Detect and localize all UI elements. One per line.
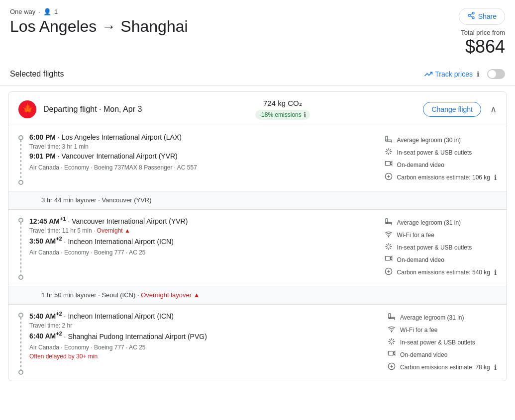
flight-header-left: 🍁 Departing flight · Mon, Apr 3 [18,100,142,118]
svg-rect-21 [389,317,395,319]
price-section: Share Total price from $864 [459,8,505,57]
carbon-info-icon-2[interactable]: ℹ [494,268,497,276]
svg-rect-17 [385,256,390,260]
trip-type: One way [10,8,35,15]
timeline-dot-bottom-3 [18,370,23,375]
track-prices-info-icon[interactable]: ℹ [477,70,479,78]
segment-3-timeline [18,311,23,375]
trip-info: One way · 👤 1 Los Angeles → Shanghai [10,8,188,36]
svg-point-0 [472,12,474,14]
trip-route: Los Angeles → Shanghai [10,17,188,36]
segment-3-travel-time: Travel time: 2 hr [29,322,387,329]
segment-1-content: 6:00 PM · Los Angeles International Airp… [29,133,384,185]
amenity-power-3: In-seat power & USB outlets [387,337,497,347]
video-icon-3 [387,350,396,359]
arrive-super-2: +2 [56,236,62,242]
svg-point-23 [391,332,392,332]
top-bar: One way · 👤 1 Los Angeles → Shanghai Sha… [0,0,515,57]
timeline-dot-bottom [18,180,23,185]
flight-header-center: 724 kg CO₂ -18% emissions ℹ [255,99,310,120]
segment-2-depart-time: 12:45 AM+1 · Vancouver International Air… [29,216,384,225]
share-button[interactable]: Share [459,8,505,25]
segment-3-content: 5:40 AM+2 · Incheon International Airpor… [29,311,387,375]
svg-point-1 [468,14,470,16]
segment-3-airline-info: Air Canada · Economy · Boeing 777 · AC 2… [29,344,387,351]
track-prices-label: Track prices [435,70,473,78]
segment-1-travel-time: Travel time: 3 hr 1 min [29,143,384,150]
segment-2-route: 12:45 AM+1 · Vancouver International Air… [18,216,384,280]
timeline-line-2 [20,223,21,275]
segment-3-depart-time: 5:40 AM+2 · Incheon International Airpor… [29,311,387,320]
svg-text:🍁: 🍁 [21,102,35,115]
timeline-dot-top-2 [18,218,23,223]
video-icon-2 [384,255,393,264]
amenity-video-2: On-demand video [384,255,497,264]
collapse-button[interactable]: ∧ [490,104,497,115]
amenity-wifi-2: Wi-Fi for a fee [384,230,497,240]
segment-2-content: 12:45 AM+1 · Vancouver International Air… [29,216,384,280]
emissions-badge: -18% emissions ℹ [255,110,310,120]
carbon-info-icon-1[interactable]: ℹ [494,173,497,181]
carbon-icon-2 [384,267,393,277]
amenity-video-3: On-demand video [387,350,497,359]
segment-2-main: 12:45 AM+1 · Vancouver International Air… [18,216,497,280]
segment-1-amenities: Average legroom (30 in) In-seat power & … [384,133,497,185]
total-label: Total price from [459,29,505,36]
arrive-super-3: +2 [56,331,62,337]
departing-label: Departing flight · Mon, Apr 3 [43,105,142,114]
amenity-carbon-3: Carbon emissions estimate: 78 kg ℹ [387,362,497,372]
share-icon [467,11,475,21]
segment-1-airline-info: Air Canada · Economy · Boeing 737MAX 8 P… [29,164,384,171]
flight-header: 🍁 Departing flight · Mon, Apr 3 724 kg C… [8,92,507,127]
total-price: $864 [459,36,505,57]
flight-card: 🍁 Departing flight · Mon, Apr 3 724 kg C… [8,91,507,381]
flight-segment-3: 5:40 AM+2 · Incheon International Airpor… [8,304,507,381]
amenity-wifi-3: Wi-Fi for a fee [387,325,497,335]
track-prices-link[interactable]: Track prices [424,70,473,79]
segment-3-amenities: Average legroom (31 in) Wi-Fi for a fee … [387,311,497,375]
power-icon-2 [384,243,393,252]
svg-rect-24 [388,351,393,355]
amenity-legroom: Average legroom (30 in) [384,135,497,145]
amenity-legroom-3: Average legroom (31 in) [387,313,497,322]
layover-1-text: 3 hr 44 min layover · Vancouver (YVR) [41,196,152,204]
amenity-video: On-demand video [384,160,497,169]
trend-icon [424,70,433,79]
segment-1-depart-time: 6:00 PM · Los Angeles International Airp… [29,133,384,141]
segment-1-arrive-time: 9:01 PM · Vancouver International Airpor… [29,152,384,160]
segment-3-main: 5:40 AM+2 · Incheon International Airpor… [18,311,497,375]
segment-3-route: 5:40 AM+2 · Incheon International Airpor… [18,311,387,375]
timeline-dot-top [18,135,23,140]
segment-1-route: 6:00 PM · Los Angeles International Airp… [18,133,384,185]
amenity-carbon-2: Carbon emissions estimate: 540 kg ℹ [384,267,497,277]
change-flight-button[interactable]: Change flight [423,102,481,117]
timeline-dot-bottom-2 [18,275,23,280]
timeline-line-3 [20,318,21,370]
power-icon [384,148,393,157]
segment-3-delayed: Often delayed by 30+ min [29,353,387,360]
airline-logo: 🍁 [18,100,36,118]
co2-label: 724 kg CO₂ [255,99,310,108]
segment-2-airline-info: Air Canada · Economy · Boeing 777 · AC 2… [29,249,384,256]
flight-segment-2: 12:45 AM+1 · Vancouver International Air… [8,209,507,286]
seat-icon-2 [384,218,393,227]
passenger-count: 1 [54,8,58,15]
segment-2-arrive-time: 3:50 AM+2 · Incheon International Airpor… [29,236,384,246]
segment-2-amenities: Average legroom (31 in) Wi-Fi for a fee … [384,216,497,280]
svg-point-16 [388,237,389,237]
depart-super-2: +1 [60,216,66,222]
amenity-legroom-2: Average legroom (31 in) [384,218,497,227]
overnight-layover-icon: ▲ [194,291,200,299]
track-prices-toggle[interactable] [487,69,505,79]
layover-2-text: 1 hr 50 min layover · Seoul (ICN) · [41,291,141,299]
emissions-info-icon[interactable]: ℹ [304,111,306,119]
segment-2-travel-time: Travel time: 11 hr 5 min · Overnight ▲ [29,227,384,234]
layover-2: 1 hr 50 min layover · Seoul (ICN) · Over… [8,286,507,304]
overnight-layover-label: Overnight layover [141,291,192,299]
emissions-label: -18% emissions [259,111,302,118]
carbon-info-icon-3[interactable]: ℹ [494,363,497,371]
svg-point-2 [472,17,474,19]
wifi-icon-3 [387,325,396,335]
carbon-icon-3 [387,362,396,372]
amenity-power: In-seat power & USB outlets [384,148,497,157]
